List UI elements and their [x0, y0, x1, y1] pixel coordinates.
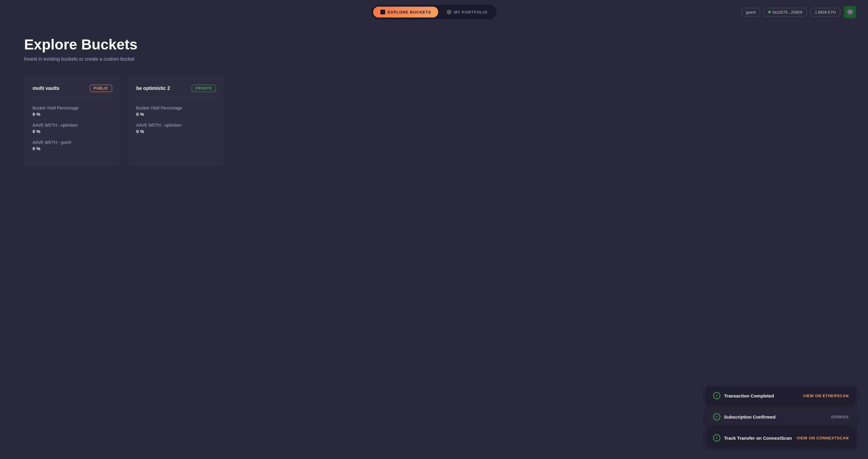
connection-dot	[768, 11, 771, 13]
view-connextscan-button[interactable]: VIEW ON CONNEXTSCAN	[797, 436, 849, 440]
card-title-1: multi vaults	[33, 86, 59, 91]
card-field-yield-1: Bucket Yield Percentage 0 %	[33, 106, 112, 117]
toast-check-icon-3	[713, 434, 720, 441]
explore-buckets-tab[interactable]: EXPLORE BUCKETS	[373, 7, 438, 18]
header: EXPLORE BUCKETS MY PORTFOLIO goerli 0x23…	[0, 0, 868, 24]
main-content: Explore Buckets Invest in existing bucke…	[0, 24, 868, 178]
cards-grid: multi vaults PUBLIC Bucket Yield Percent…	[24, 76, 844, 166]
dismiss-button[interactable]: DISMISS	[831, 415, 849, 419]
portfolio-icon	[447, 10, 452, 15]
portfolio-label: MY PORTFOLIO	[454, 10, 487, 15]
card-badge-private: PRIVATE	[192, 85, 216, 92]
toast-left-3: Track Transfer on ConnextScan	[713, 434, 792, 441]
card-title-2: be optimistic 2	[136, 86, 170, 91]
wallet-address-label: 0x23575...256E9	[772, 10, 802, 15]
field-value-yield-2: 0 %	[136, 112, 216, 117]
card-field-yield-2: Bucket Yield Percentage 0 %	[136, 106, 216, 117]
my-portfolio-tab[interactable]: MY PORTFOLIO	[439, 7, 495, 18]
nav-pill: EXPLORE BUCKETS MY PORTFOLIO	[371, 5, 496, 19]
bucket-card-be-optimistic[interactable]: be optimistic 2 PRIVATE Bucket Yield Per…	[128, 76, 224, 166]
toast-text-3: Track Transfer on ConnextScan	[724, 435, 792, 440]
card-header-2: be optimistic 2 PRIVATE	[136, 85, 216, 97]
toast-check-icon-2	[713, 413, 720, 421]
avatar[interactable]: 👾	[844, 6, 856, 18]
toast-text-2: Subscription Confirmed	[724, 414, 775, 420]
card-badge-public: PUBLIC	[90, 85, 112, 92]
field-value-aave-opt-1: 0 %	[33, 129, 112, 134]
field-value-yield-1: 0 %	[33, 112, 112, 117]
header-right: goerli 0x23575...256E9 1.8928 ETH 👾	[742, 6, 856, 18]
toast-text-1: Transaction Completed	[724, 393, 774, 398]
page-title: Explore Buckets	[24, 36, 844, 53]
bucket-card-multi-vaults[interactable]: multi vaults PUBLIC Bucket Yield Percent…	[24, 76, 121, 166]
field-label-aave-goerli: AAVE WETH - goerli	[33, 140, 112, 145]
page-subtitle: Invest in existing buckets or create a c…	[24, 56, 844, 62]
field-label-aave-opt-1: AAVE WETH - optimism	[33, 123, 112, 127]
field-label-yield-2: Bucket Yield Percentage	[136, 106, 216, 110]
toast-left-1: Transaction Completed	[713, 392, 774, 399]
wallet-address-badge[interactable]: 0x23575...256E9	[764, 8, 807, 17]
toast-check-icon-1	[713, 392, 720, 399]
avatar-icon: 👾	[846, 8, 854, 16]
toast-subscription-confirmed: Subscription Confirmed DISMISS	[706, 408, 856, 426]
network-label: goerli	[746, 10, 756, 15]
explore-label: EXPLORE BUCKETS	[388, 10, 431, 15]
view-etherscan-button[interactable]: VIEW ON ETHERSCAN	[803, 394, 849, 398]
network-badge[interactable]: goerli	[742, 8, 761, 17]
field-label-aave-opt-2: AAVE WETH - optimism	[136, 123, 216, 127]
field-value-aave-opt-2: 0 %	[136, 129, 216, 134]
toast-transaction-completed: Transaction Completed VIEW ON ETHERSCAN	[706, 386, 856, 405]
card-field-aave-opt-2: AAVE WETH - optimism 0 %	[136, 123, 216, 134]
toast-track-transfer: Track Transfer on ConnextScan VIEW ON CO…	[706, 429, 856, 447]
field-value-aave-goerli: 0 %	[33, 146, 112, 151]
card-field-aave-goerli: AAVE WETH - goerli 0 %	[33, 140, 112, 151]
toasts-container: Transaction Completed VIEW ON ETHERSCAN …	[706, 386, 856, 447]
eth-balance-badge[interactable]: 1.8928 ETH	[810, 8, 840, 17]
card-field-aave-opt-1: AAVE WETH - optimism 0 %	[33, 123, 112, 134]
explore-icon	[380, 10, 385, 15]
card-header-1: multi vaults PUBLIC	[33, 85, 112, 97]
eth-balance-label: 1.8928 ETH	[815, 10, 836, 15]
field-label-yield-1: Bucket Yield Percentage	[33, 106, 112, 110]
toast-left-2: Subscription Confirmed	[713, 413, 775, 421]
